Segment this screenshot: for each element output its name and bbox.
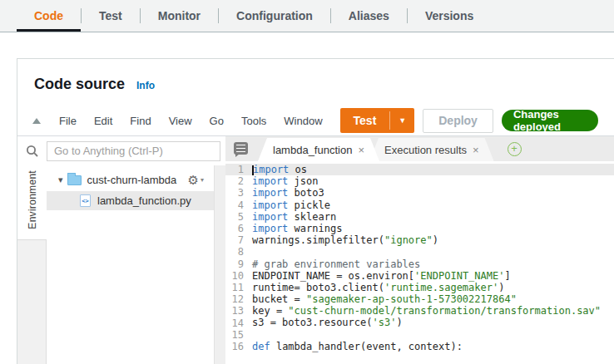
tree-settings-control[interactable]: ⚙ ▾ (188, 174, 204, 186)
tab-configuration[interactable]: Configuration (219, 0, 330, 32)
line-text: warnings.simplefilter("ignore") (252, 234, 438, 246)
page-title: Code source (34, 76, 125, 93)
toolbar-controls: Test ▼ Deploy Changes deployed (340, 108, 598, 133)
code-line[interactable]: 6import warnings (225, 223, 614, 234)
sidebar-strip-filler (17, 239, 47, 364)
line-number: 2 (225, 175, 252, 187)
line-number: 1 (225, 164, 252, 175)
ide-body: Environment ▾ cust-churn-lambda ⚙ ▾ (17, 136, 614, 364)
editor-tab-label: Execution results (384, 144, 467, 156)
folder-expand-caret-icon[interactable]: ▾ (58, 175, 63, 185)
line-number: 13 (225, 305, 252, 317)
test-button[interactable]: Test ▼ (340, 108, 415, 133)
line-text: runtime= boto3.client('runtime.sagemaker… (252, 282, 504, 293)
line-text: key = "cust-churn-model/transformation/t… (252, 305, 601, 317)
line-number: 6 (225, 223, 252, 234)
line-text: import sklearn (252, 211, 336, 223)
line-number: 7 (225, 234, 252, 246)
tab-test[interactable]: Test (82, 0, 140, 32)
menu-window[interactable]: Window (284, 115, 322, 127)
line-text: import warnings (252, 223, 342, 234)
menu-file[interactable]: File (59, 115, 77, 127)
new-tab-icon[interactable]: + (508, 142, 522, 156)
code-line[interactable]: 4import pickle (225, 199, 614, 211)
card-header: Code source Info (17, 59, 614, 106)
code-line[interactable]: 2import json (225, 175, 614, 187)
line-number: 10 (225, 270, 252, 282)
line-text: ENDPOINT_NAME = os.environ['ENDPOINT_NAM… (252, 270, 511, 282)
line-number: 16 (225, 341, 252, 352)
collapse-panel-icon[interactable] (32, 118, 41, 124)
code-line[interactable]: 12bucket = "sagemaker-ap-south-1-5730022… (225, 293, 614, 305)
menu-group: FileEditFindViewGoToolsWindow (59, 115, 340, 127)
changes-deployed-badge: Changes deployed (502, 110, 598, 131)
folder-icon (67, 175, 82, 185)
menu-find[interactable]: Find (130, 115, 151, 127)
test-dropdown-caret-icon[interactable]: ▼ (390, 108, 414, 133)
line-number: 12 (225, 293, 252, 305)
menu-view[interactable]: View (169, 115, 192, 127)
sidebar-tab-strip: Environment (17, 165, 47, 364)
line-text: s3 = boto3.resource('s3') (252, 317, 403, 328)
code-editor[interactable]: 1import os2import json3import boto34impo… (225, 161, 614, 364)
code-line[interactable]: 1import os (225, 164, 614, 175)
service-tab-bar: CodeTestMonitorConfigurationAliasesVersi… (0, 0, 614, 32)
environment-tab[interactable]: Environment (17, 165, 47, 239)
line-number: 9 (225, 258, 252, 270)
code-line[interactable]: 8 (225, 246, 614, 258)
code-line[interactable]: 11runtime= boto3.client('runtime.sagemak… (225, 282, 614, 293)
editor-tab-strip: lambda_function×Execution results× + (225, 136, 614, 161)
line-number: 11 (225, 282, 252, 293)
line-text: import os (252, 164, 307, 175)
editor-tab-lambda_function[interactable]: lambda_function× (258, 138, 379, 161)
tree-scrollbar-track[interactable] (214, 165, 225, 364)
info-link[interactable]: Info (136, 80, 155, 91)
line-text: import boto3 (252, 187, 324, 199)
deploy-button[interactable]: Deploy (423, 109, 493, 133)
line-text: import json (252, 175, 318, 187)
line-number: 3 (225, 187, 252, 199)
line-text: def lambda_handler(event, context): (252, 341, 463, 352)
menu-tools[interactable]: Tools (241, 115, 266, 127)
gear-caret-icon: ▾ (201, 176, 204, 184)
close-tab-icon[interactable]: × (358, 144, 364, 156)
test-button-label[interactable]: Test (340, 108, 390, 133)
code-line[interactable]: 9# grab environment variables (225, 258, 614, 270)
code-line[interactable]: 5import sklearn (225, 211, 614, 223)
line-text: # grab environment variables (252, 258, 420, 270)
editor-tab-label: lambda_function (273, 144, 352, 156)
code-line[interactable]: 7warnings.simplefilter("ignore") (225, 234, 614, 246)
goto-anything-input[interactable] (47, 141, 220, 161)
tab-aliases[interactable]: Aliases (331, 0, 407, 32)
left-pane: Environment ▾ cust-churn-lambda ⚙ ▾ (17, 136, 225, 364)
file-tree: ▾ cust-churn-lambda ⚙ ▾ <> lambda_functi… (47, 165, 214, 364)
editor-tabs: lambda_function×Execution results× (258, 138, 494, 161)
environment-tab-label: Environment (27, 170, 38, 229)
tab-versions[interactable]: Versions (408, 0, 491, 32)
gear-icon[interactable]: ⚙ (188, 174, 199, 186)
folder-name[interactable]: cust-churn-lambda (87, 174, 177, 186)
editor-pane: lambda_function×Execution results× + 1im… (225, 136, 614, 364)
tab-monitor[interactable]: Monitor (141, 0, 218, 32)
code-line[interactable]: 10ENDPOINT_NAME = os.environ['ENDPOINT_N… (225, 270, 614, 282)
code-line[interactable]: 3import boto3 (225, 187, 614, 199)
tree-file-row[interactable]: <> lambda_function.py (47, 191, 214, 210)
menu-go[interactable]: Go (210, 115, 224, 127)
code-line[interactable]: 15 (225, 329, 614, 341)
code-line[interactable]: 14s3 = boto3.resource('s3') (225, 317, 614, 328)
code-line[interactable]: 13key = "cust-churn-model/transformation… (225, 305, 614, 317)
file-name[interactable]: lambda_function.py (97, 194, 191, 207)
search-icon[interactable] (17, 145, 47, 158)
line-number: 15 (225, 329, 252, 341)
line-text: bucket = "sagemaker-ap-south-1-573002217… (252, 293, 517, 305)
tree-folder-row[interactable]: ▾ cust-churn-lambda ⚙ ▾ (47, 170, 214, 189)
sidebar-content-row: Environment ▾ cust-churn-lambda ⚙ ▾ (17, 165, 225, 364)
python-file-icon: <> (80, 194, 91, 207)
code-line[interactable]: 16def lambda_handler(event, context): (225, 341, 614, 352)
close-tab-icon[interactable]: × (473, 144, 479, 156)
editor-tab-execution-results[interactable]: Execution results× (369, 138, 494, 161)
tab-list-icon[interactable] (234, 142, 248, 155)
menu-edit[interactable]: Edit (94, 115, 112, 127)
line-number: 14 (225, 317, 252, 329)
tab-code[interactable]: Code (17, 0, 81, 32)
